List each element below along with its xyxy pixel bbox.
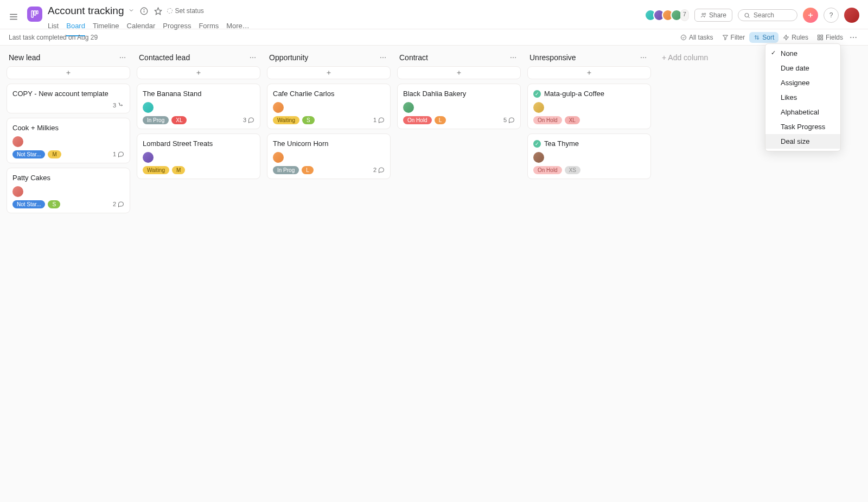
task-card[interactable]: The Unicorn HornIn ProgL2 — [267, 134, 391, 179]
global-add-button[interactable] — [803, 8, 818, 23]
filter-button[interactable]: Filter — [718, 32, 750, 43]
add-card-button[interactable] — [7, 66, 130, 79]
comment-indicator: 2 — [373, 167, 385, 173]
assignee-avatar — [143, 102, 154, 113]
svg-point-50 — [643, 57, 644, 58]
column-more-button[interactable] — [508, 54, 519, 61]
task-card[interactable]: Lombard Street TreatsWaitingM — [137, 134, 260, 179]
status-pill: Waiting — [143, 166, 169, 174]
comment-indicator: 5 — [503, 117, 515, 123]
sort-option[interactable]: Likes — [765, 90, 840, 105]
svg-point-27 — [856, 37, 857, 38]
member-avatars[interactable]: 7 — [644, 9, 689, 21]
all-tasks-button[interactable]: All tasks — [676, 32, 718, 43]
task-card[interactable]: Patty CakesNot Star...S2 — [7, 168, 130, 213]
search-icon — [744, 12, 750, 19]
status-circle-icon — [167, 8, 173, 14]
project-dropdown-button[interactable] — [128, 7, 135, 15]
task-card[interactable]: Cafe Charlie CarlosWaitingS1 — [267, 84, 391, 129]
tab-forms[interactable]: Forms — [199, 20, 219, 36]
column-title[interactable]: Contacted lead — [139, 53, 190, 62]
assignee-avatar — [533, 102, 544, 113]
done-check-icon: ✓ — [533, 140, 541, 148]
add-card-button[interactable] — [267, 66, 391, 79]
task-card[interactable]: ✓Mata-gulp-a CoffeeOn HoldXL — [527, 84, 651, 129]
column-title[interactable]: Opportunity — [269, 53, 308, 62]
svg-point-11 — [704, 13, 706, 15]
size-pill: S — [48, 200, 60, 208]
assignee-avatar — [273, 102, 284, 113]
column-more-button[interactable] — [378, 54, 388, 61]
help-button[interactable]: ? — [824, 8, 839, 23]
status-pill: Not Star... — [12, 150, 45, 158]
user-avatar-button[interactable] — [844, 8, 859, 23]
sort-option[interactable]: Deal size — [765, 134, 840, 149]
sort-button[interactable]: Sort — [749, 32, 778, 43]
column-title[interactable]: Unresponsive — [529, 53, 576, 62]
tab-more[interactable]: More… — [226, 20, 250, 36]
grid-icon — [817, 34, 824, 41]
comment-indicator: 1 — [113, 151, 124, 157]
column-title[interactable]: Contract — [399, 53, 428, 62]
svg-point-12 — [745, 13, 749, 17]
svg-point-49 — [641, 57, 642, 58]
add-card-button[interactable] — [397, 66, 521, 79]
card-title: The Unicorn Horn — [273, 139, 329, 149]
column: Contacted lead The Banana StandIn ProgXL… — [137, 51, 260, 183]
kanban-board: New lead COPY - New account template3 Co… — [0, 46, 868, 502]
svg-point-46 — [515, 57, 516, 58]
rules-button[interactable]: Rules — [778, 32, 813, 43]
size-pill: L — [435, 116, 446, 124]
svg-point-26 — [853, 37, 854, 38]
column-more-button[interactable] — [247, 54, 258, 61]
svg-point-36 — [254, 57, 256, 58]
sort-option[interactable]: None — [765, 46, 840, 61]
menu-toggle-button[interactable] — [5, 9, 22, 27]
fields-button[interactable]: Fields — [813, 32, 847, 43]
task-card[interactable]: COPY - New account template3 — [7, 84, 130, 113]
star-icon — [154, 7, 162, 15]
status-pill: In Prog — [273, 166, 299, 174]
column-more-button[interactable] — [117, 54, 128, 61]
size-pill: XL — [565, 116, 580, 124]
project-icon[interactable] — [27, 7, 42, 22]
project-title[interactable]: Account tracking — [48, 5, 124, 17]
sort-option[interactable]: Task Progress — [765, 119, 840, 134]
comment-indicator: 1 — [373, 117, 385, 123]
status-pill: Waiting — [273, 116, 299, 124]
svg-line-13 — [748, 16, 749, 17]
search-input[interactable] — [754, 11, 792, 19]
assignee-avatar — [12, 186, 23, 197]
card-title: Tea Thyme — [544, 139, 579, 149]
sort-option[interactable]: Due date — [765, 61, 840, 75]
fields-label: Fields — [826, 34, 843, 41]
card-title: Cook + Milkies — [12, 124, 59, 133]
sort-option[interactable]: Assignee — [765, 75, 840, 90]
favorite-button[interactable] — [153, 6, 163, 16]
chevron-down-icon — [128, 7, 135, 14]
tab-progress[interactable]: Progress — [163, 20, 191, 36]
search-box[interactable] — [738, 9, 797, 21]
svg-point-16 — [681, 35, 686, 40]
column-title[interactable]: New lead — [9, 53, 40, 62]
project-info-button[interactable] — [139, 6, 149, 16]
task-card[interactable]: ✓Tea ThymeOn HoldXS — [527, 134, 651, 179]
task-card[interactable]: Black Dahlia BakeryOn HoldL5 — [397, 84, 521, 129]
svg-point-25 — [850, 37, 851, 38]
column-more-button[interactable] — [638, 54, 649, 61]
share-button[interactable]: Share — [694, 9, 732, 22]
status-pill: On Hold — [533, 166, 562, 174]
task-card[interactable]: The Banana StandIn ProgXL3 — [137, 84, 260, 129]
add-card-button[interactable] — [527, 66, 651, 79]
size-pill: M — [48, 150, 61, 158]
sort-option[interactable]: Alphabetical — [765, 105, 840, 119]
toolbar-more-button[interactable] — [847, 31, 859, 43]
task-card[interactable]: Cook + MilkiesNot Star...M1 — [7, 118, 130, 163]
tab-calendar[interactable]: Calendar — [127, 20, 156, 36]
svg-point-28 — [120, 57, 121, 58]
set-status-button[interactable]: Set status — [167, 7, 203, 15]
add-column-button[interactable]: + Add column — [658, 51, 766, 64]
column: New lead COPY - New account template3 Co… — [7, 51, 130, 218]
add-card-button[interactable] — [137, 66, 260, 79]
all-tasks-label: All tasks — [689, 34, 713, 41]
